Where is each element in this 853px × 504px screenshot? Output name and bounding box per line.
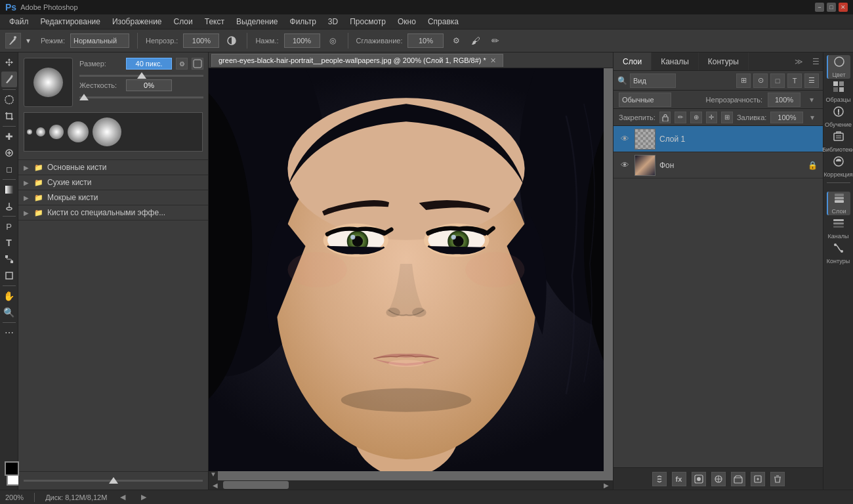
fill-value-input[interactable]	[770, 112, 803, 123]
flow-icon[interactable]: ◎	[325, 33, 340, 48]
size-slider-thumb[interactable]	[137, 72, 146, 79]
layers-view-select[interactable]: Вид	[630, 74, 676, 88]
category-special[interactable]: ▶ 📁 Кисти со специальными эффе...	[18, 205, 208, 220]
minimize-button[interactable]: −	[815, 3, 824, 12]
scroll-thumb-h[interactable]	[223, 481, 289, 489]
opacity-value-input[interactable]	[768, 93, 801, 107]
status-arrow-right[interactable]: ▶	[138, 492, 149, 503]
lock-position-btn[interactable]: ✛	[706, 112, 718, 123]
tab-paths[interactable]: Контуры	[699, 52, 749, 70]
layer-row-1[interactable]: 👁 Слой 1	[614, 126, 823, 152]
canvas-scrollbar-horizontal[interactable]: ◀ ▶	[209, 480, 613, 490]
tab-layers[interactable]: Слои	[614, 52, 652, 70]
face-canvas[interactable]	[209, 68, 604, 471]
menu-image[interactable]: Изображение	[107, 16, 167, 28]
layers-adjust-btn[interactable]: ⊙	[753, 74, 768, 88]
tab-close-button[interactable]: ✕	[490, 56, 496, 65]
stylus-icon[interactable]: ✏	[488, 33, 503, 48]
menu-view[interactable]: Просмотр	[344, 16, 391, 28]
flow-input[interactable]	[284, 33, 320, 48]
fill-chevron[interactable]: ▾	[807, 112, 818, 123]
tool-gradient[interactable]	[1, 182, 17, 198]
category-basic[interactable]: ▶ 📁 Основные кисти	[18, 160, 208, 175]
brush-icon-2[interactable]	[192, 58, 203, 70]
opacity-input[interactable]	[183, 33, 219, 48]
blend-mode-select[interactable]: Обычные	[619, 93, 671, 107]
layers-filter-btn[interactable]: ☰	[804, 74, 819, 88]
size-input[interactable]	[126, 58, 172, 70]
tool-clone[interactable]	[1, 145, 17, 161]
close-button[interactable]: ✕	[839, 3, 848, 12]
canvas-tab-active[interactable]: green-eyes-black-hair-portrait__people-w…	[211, 54, 503, 67]
category-dry[interactable]: ▶ 📁 Сухие кисти	[18, 175, 208, 190]
tool-move[interactable]	[1, 55, 17, 71]
smoothing-input[interactable]	[407, 33, 444, 48]
lock-all-btn[interactable]: ⊞	[721, 112, 733, 123]
layer-group-btn[interactable]	[731, 472, 745, 486]
blend-mode-dropdown[interactable]: Нормальный	[70, 33, 129, 48]
layer-row-bg[interactable]: 👁 Фон 🔒	[614, 152, 823, 178]
tool-heal[interactable]: ✚	[1, 129, 17, 144]
tool-brush[interactable]	[1, 72, 17, 87]
layer-fx-btn[interactable]: fx	[672, 472, 686, 486]
layer-bg-visibility[interactable]: 👁	[619, 159, 631, 171]
tool-shape[interactable]	[1, 268, 17, 284]
brush-toggle-icon[interactable]: ▾	[24, 33, 33, 49]
opacity-icon[interactable]	[224, 33, 239, 48]
layer-adj-btn[interactable]	[711, 472, 726, 486]
layers-mask-btn[interactable]: □	[770, 74, 785, 88]
tool-crop[interactable]	[1, 108, 17, 124]
menu-select[interactable]: Выделение	[231, 16, 283, 28]
tab-channels[interactable]: Каналы	[652, 52, 699, 70]
brush-settings-gear[interactable]: ⚙	[176, 58, 188, 70]
tool-zoom[interactable]: 🔍	[1, 304, 17, 320]
layers-new-btn[interactable]: ⊞	[736, 74, 751, 88]
window-controls[interactable]: − □ ✕	[815, 3, 848, 12]
hardness-slider[interactable]	[79, 96, 203, 98]
tool-lasso[interactable]	[1, 92, 17, 108]
rsb-learning[interactable]: Обучение	[827, 105, 850, 129]
menu-layers[interactable]: Слои	[169, 16, 198, 28]
lock-image-btn[interactable]: ✏	[675, 112, 686, 123]
tabs-expand[interactable]: ≫	[789, 52, 808, 70]
panel-options-btn[interactable]: ☰	[808, 52, 823, 71]
layer-mask-btn[interactable]	[692, 472, 706, 486]
lock-art-btn[interactable]: ⊕	[690, 112, 702, 123]
menu-window[interactable]: Окно	[392, 16, 421, 28]
airbrush-icon[interactable]: 🖌	[468, 33, 483, 48]
rsb-correction[interactable]: Коррекция	[827, 155, 850, 178]
rsb-color[interactable]: Цвет	[827, 55, 850, 79]
tool-hand[interactable]: ✋	[1, 288, 17, 304]
menu-help[interactable]: Справка	[423, 16, 464, 28]
tool-text[interactable]: T	[1, 235, 17, 251]
brush-tool-icon[interactable]	[5, 33, 21, 49]
rsb-channels[interactable]: Каналы	[827, 217, 850, 240]
hardness-input[interactable]	[126, 79, 172, 91]
layer-new-btn[interactable]	[751, 472, 765, 486]
category-wet[interactable]: ▶ 📁 Мокрые кисти	[18, 190, 208, 205]
bottom-slider-thumb[interactable]	[109, 477, 118, 484]
lock-transparent-btn[interactable]	[659, 112, 671, 123]
tool-pen[interactable]: P	[1, 219, 17, 234]
hardness-slider-thumb[interactable]	[79, 94, 89, 100]
maximize-button[interactable]: □	[827, 3, 836, 12]
menu-filter[interactable]: Фильтр	[285, 16, 322, 28]
menu-3d[interactable]: 3D	[323, 16, 343, 28]
rsb-libraries[interactable]: Библиотеки	[827, 130, 850, 154]
menu-file[interactable]: Файл	[4, 16, 34, 28]
scroll-left-btn[interactable]: ◀	[209, 480, 222, 490]
rsb-paths[interactable]: Контуры	[827, 242, 850, 265]
rsb-layers[interactable]: Слои	[827, 192, 850, 215]
layers-type-btn[interactable]: T	[787, 74, 802, 88]
status-arrow-left[interactable]: ◀	[117, 492, 128, 503]
rsb-swatches[interactable]: Образцы	[827, 80, 850, 104]
tool-dodge[interactable]	[1, 198, 17, 214]
tool-misc[interactable]: ⋯	[1, 325, 17, 341]
tool-erase[interactable]: ◻	[1, 161, 17, 177]
menu-edit[interactable]: Редактирование	[35, 16, 106, 28]
settings-icon[interactable]: ⚙	[449, 33, 463, 48]
layer-link-btn[interactable]	[652, 472, 667, 486]
scroll-right-btn[interactable]: ▶	[600, 480, 613, 490]
layer-1-visibility[interactable]: 👁	[619, 133, 631, 145]
opacity-chevron[interactable]: ▾	[806, 93, 818, 107]
